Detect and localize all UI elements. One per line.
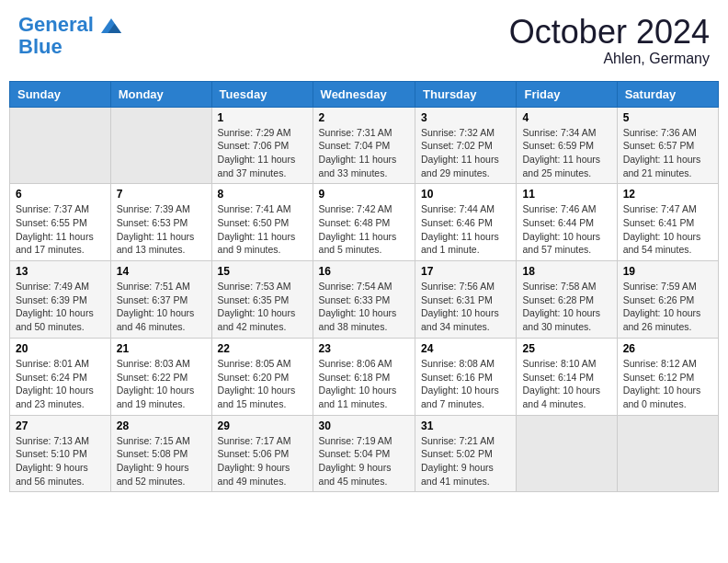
day-number: 6 — [16, 188, 105, 201]
calendar-day-cell: 22Sunrise: 8:05 AM Sunset: 6:20 PM Dayli… — [211, 338, 313, 415]
calendar-day-cell: 12Sunrise: 7:47 AM Sunset: 6:41 PM Dayli… — [617, 184, 718, 261]
day-detail: Sunrise: 7:29 AM Sunset: 7:06 PM Dayligh… — [218, 126, 307, 180]
calendar-day-cell: 17Sunrise: 7:56 AM Sunset: 6:31 PM Dayli… — [415, 261, 517, 339]
day-number: 3 — [421, 111, 510, 124]
day-detail: Sunrise: 7:42 AM Sunset: 6:48 PM Dayligh… — [319, 202, 409, 257]
day-detail: Sunrise: 7:51 AM Sunset: 6:37 PM Dayligh… — [117, 280, 206, 334]
day-number: 11 — [522, 188, 610, 201]
calendar-day-cell: 10Sunrise: 7:44 AM Sunset: 6:46 PM Dayli… — [415, 184, 517, 261]
day-detail: Sunrise: 8:06 AM Sunset: 6:18 PM Dayligh… — [319, 357, 409, 411]
calendar-day-cell: 4Sunrise: 7:34 AM Sunset: 6:59 PM Daylig… — [517, 107, 617, 184]
calendar-day-cell: 21Sunrise: 8:03 AM Sunset: 6:22 PM Dayli… — [110, 338, 211, 415]
logo: General Blue — [18, 14, 121, 58]
month-title: October 2024 — [509, 14, 710, 51]
calendar-table: SundayMondayTuesdayWednesdayThursdayFrid… — [9, 81, 719, 493]
day-number: 25 — [522, 342, 610, 355]
calendar-day-cell — [517, 415, 617, 492]
calendar-day-cell — [110, 107, 211, 184]
day-detail: Sunrise: 7:46 AM Sunset: 6:44 PM Dayligh… — [522, 202, 610, 257]
calendar-day-cell: 24Sunrise: 8:08 AM Sunset: 6:16 PM Dayli… — [415, 338, 517, 415]
day-detail: Sunrise: 7:44 AM Sunset: 6:46 PM Dayligh… — [421, 202, 510, 257]
day-number: 21 — [117, 342, 206, 355]
day-number: 12 — [623, 188, 712, 201]
weekday-header-cell: Monday — [110, 81, 211, 107]
day-number: 1 — [218, 111, 307, 124]
day-number: 15 — [218, 265, 307, 278]
logo-text: General — [18, 14, 121, 36]
weekday-header-cell: Thursday — [415, 81, 517, 107]
day-detail: Sunrise: 7:49 AM Sunset: 6:39 PM Dayligh… — [16, 280, 105, 334]
day-number: 10 — [421, 188, 510, 201]
day-detail: Sunrise: 7:36 AM Sunset: 6:57 PM Dayligh… — [623, 126, 712, 180]
calendar-day-cell: 18Sunrise: 7:58 AM Sunset: 6:28 PM Dayli… — [517, 261, 617, 339]
calendar-day-cell: 28Sunrise: 7:15 AM Sunset: 5:08 PM Dayli… — [110, 415, 211, 492]
day-number: 26 — [623, 342, 712, 355]
calendar-day-cell: 7Sunrise: 7:39 AM Sunset: 6:53 PM Daylig… — [110, 184, 211, 261]
weekday-header-cell: Saturday — [617, 81, 718, 107]
day-detail: Sunrise: 8:01 AM Sunset: 6:24 PM Dayligh… — [16, 357, 105, 411]
weekday-header-cell: Wednesday — [313, 81, 415, 107]
calendar-day-cell: 5Sunrise: 7:36 AM Sunset: 6:57 PM Daylig… — [617, 107, 718, 184]
weekday-header-cell: Tuesday — [211, 81, 313, 107]
day-number: 27 — [16, 419, 105, 432]
calendar-body: 1Sunrise: 7:29 AM Sunset: 7:06 PM Daylig… — [10, 107, 719, 492]
weekday-header-row: SundayMondayTuesdayWednesdayThursdayFrid… — [10, 81, 719, 107]
day-number: 8 — [218, 188, 307, 201]
day-number: 2 — [319, 111, 409, 124]
calendar-day-cell: 6Sunrise: 7:37 AM Sunset: 6:55 PM Daylig… — [10, 184, 111, 261]
day-number: 31 — [421, 419, 510, 432]
day-detail: Sunrise: 7:37 AM Sunset: 6:55 PM Dayligh… — [16, 202, 105, 257]
calendar-day-cell: 3Sunrise: 7:32 AM Sunset: 7:02 PM Daylig… — [415, 107, 517, 184]
day-detail: Sunrise: 8:05 AM Sunset: 6:20 PM Dayligh… — [218, 357, 307, 411]
day-number: 20 — [16, 342, 105, 355]
calendar-week-row: 20Sunrise: 8:01 AM Sunset: 6:24 PM Dayli… — [10, 338, 719, 415]
calendar-day-cell: 1Sunrise: 7:29 AM Sunset: 7:06 PM Daylig… — [211, 107, 313, 184]
title-area: October 2024 Ahlen, Germany — [509, 14, 710, 67]
day-number: 17 — [421, 265, 510, 278]
day-number: 29 — [218, 419, 307, 432]
day-detail: Sunrise: 7:34 AM Sunset: 6:59 PM Dayligh… — [522, 126, 610, 180]
day-number: 16 — [319, 265, 409, 278]
calendar-day-cell — [10, 107, 111, 184]
calendar-day-cell: 13Sunrise: 7:49 AM Sunset: 6:39 PM Dayli… — [10, 261, 111, 339]
calendar-day-cell: 23Sunrise: 8:06 AM Sunset: 6:18 PM Dayli… — [313, 338, 415, 415]
calendar-day-cell: 30Sunrise: 7:19 AM Sunset: 5:04 PM Dayli… — [313, 415, 415, 492]
day-number: 4 — [522, 111, 610, 124]
calendar-week-row: 6Sunrise: 7:37 AM Sunset: 6:55 PM Daylig… — [10, 184, 719, 261]
day-detail: Sunrise: 8:12 AM Sunset: 6:12 PM Dayligh… — [623, 357, 712, 411]
day-detail: Sunrise: 8:08 AM Sunset: 6:16 PM Dayligh… — [421, 357, 510, 411]
calendar-week-row: 1Sunrise: 7:29 AM Sunset: 7:06 PM Daylig… — [10, 107, 719, 184]
calendar-day-cell: 16Sunrise: 7:54 AM Sunset: 6:33 PM Dayli… — [313, 261, 415, 339]
day-detail: Sunrise: 7:17 AM Sunset: 5:06 PM Dayligh… — [218, 434, 307, 488]
day-detail: Sunrise: 7:15 AM Sunset: 5:08 PM Dayligh… — [117, 434, 206, 488]
day-detail: Sunrise: 8:03 AM Sunset: 6:22 PM Dayligh… — [117, 357, 206, 411]
calendar-day-cell: 26Sunrise: 8:12 AM Sunset: 6:12 PM Dayli… — [617, 338, 718, 415]
day-detail: Sunrise: 7:21 AM Sunset: 5:02 PM Dayligh… — [421, 434, 510, 488]
calendar-day-cell: 19Sunrise: 7:59 AM Sunset: 6:26 PM Dayli… — [617, 261, 718, 339]
day-number: 7 — [117, 188, 206, 201]
day-number: 30 — [319, 419, 409, 432]
day-number: 9 — [319, 188, 409, 201]
day-detail: Sunrise: 7:39 AM Sunset: 6:53 PM Dayligh… — [117, 202, 206, 257]
day-detail: Sunrise: 7:59 AM Sunset: 6:26 PM Dayligh… — [623, 280, 712, 334]
calendar-day-cell: 8Sunrise: 7:41 AM Sunset: 6:50 PM Daylig… — [211, 184, 313, 261]
calendar-day-cell: 20Sunrise: 8:01 AM Sunset: 6:24 PM Dayli… — [10, 338, 111, 415]
day-detail: Sunrise: 7:32 AM Sunset: 7:02 PM Dayligh… — [421, 126, 510, 180]
calendar-day-cell — [617, 415, 718, 492]
day-detail: Sunrise: 7:13 AM Sunset: 5:10 PM Dayligh… — [16, 434, 105, 488]
day-number: 28 — [117, 419, 206, 432]
day-detail: Sunrise: 7:54 AM Sunset: 6:33 PM Dayligh… — [319, 280, 409, 334]
day-number: 22 — [218, 342, 307, 355]
day-number: 13 — [16, 265, 105, 278]
day-detail: Sunrise: 7:56 AM Sunset: 6:31 PM Dayligh… — [421, 280, 510, 334]
day-detail: Sunrise: 7:47 AM Sunset: 6:41 PM Dayligh… — [623, 202, 712, 257]
calendar-day-cell: 9Sunrise: 7:42 AM Sunset: 6:48 PM Daylig… — [313, 184, 415, 261]
location-title: Ahlen, Germany — [509, 51, 710, 67]
day-number: 24 — [421, 342, 510, 355]
day-detail: Sunrise: 7:53 AM Sunset: 6:35 PM Dayligh… — [218, 280, 307, 334]
weekday-header-cell: Friday — [517, 81, 617, 107]
calendar-week-row: 13Sunrise: 7:49 AM Sunset: 6:39 PM Dayli… — [10, 261, 719, 339]
day-number: 5 — [623, 111, 712, 124]
day-number: 19 — [623, 265, 712, 278]
page-header: General Blue October 2024 Ahlen, Germany — [9, 9, 719, 72]
